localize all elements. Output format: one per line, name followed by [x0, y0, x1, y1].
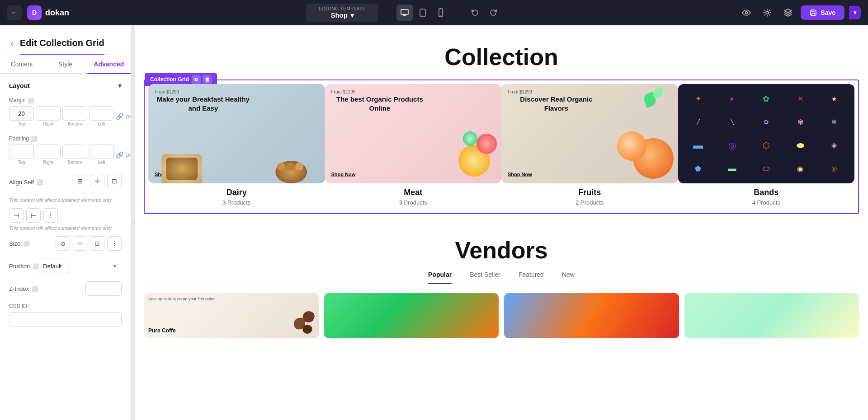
vendors-tab-bestseller[interactable]: Best Seller	[470, 271, 500, 284]
css-id-input[interactable]	[9, 312, 122, 327]
redo-button[interactable]	[485, 5, 501, 21]
padding-top-input[interactable]	[9, 145, 34, 159]
margin-right-input[interactable]	[36, 106, 61, 121]
collection-card-bands: ✦ ✶ ✿ ✕ ★ ╱ ╲ ✿ ✾ ✻	[678, 84, 855, 210]
vendors-section: Vendors Popular Best Seller Featured New…	[135, 223, 868, 347]
size-expand-btn[interactable]: ↔	[73, 236, 87, 251]
flex-more-button[interactable]: ⋮	[43, 208, 58, 223]
padding-left-label: Left	[98, 160, 105, 165]
card-title-1: Make your Breakfast Healthy and Easy	[155, 95, 252, 112]
undo-button[interactable]	[467, 5, 483, 21]
preview-button[interactable]	[738, 5, 755, 21]
template-selector[interactable]: EDITING TEMPLATE Shop ▾	[306, 4, 378, 22]
card-products-3: 2 Products	[576, 199, 604, 206]
orange-visual	[501, 84, 678, 183]
card-title-2: The best Organic Products Online	[331, 95, 429, 112]
grid-delete-icon[interactable]: 🗑	[203, 75, 212, 84]
size-shrink-btn[interactable]: ⊡	[90, 236, 104, 251]
align-end-button[interactable]: ⊡	[107, 174, 122, 188]
device-tablet-button[interactable]	[415, 5, 431, 21]
collection-card-image-3: From $1299 Discover Real Organic Flavors…	[501, 84, 678, 183]
pattern-item: ✦	[682, 88, 715, 110]
apple-green	[463, 131, 477, 146]
vendors-tab-popular[interactable]: Popular	[428, 271, 452, 284]
flex-left-button[interactable]: ⊣	[9, 208, 24, 223]
settings-button[interactable]	[759, 5, 775, 21]
collection-card-image-4: ✦ ✶ ✿ ✕ ★ ╱ ╲ ✿ ✾ ✻	[678, 84, 855, 183]
margin-icon: ⬜	[28, 98, 34, 103]
cake	[166, 158, 198, 180]
margin-right-label: Right	[43, 121, 53, 126]
collection-grid-wrapper[interactable]: Collection Grid ⧉ 🗑 From $1299 Make your…	[144, 79, 859, 214]
css-id-label: CSS ID	[9, 303, 122, 309]
tab-advanced[interactable]: Advanced	[87, 55, 131, 74]
position-field: Position ⬜ Default Relative Absolute Fix…	[9, 258, 122, 274]
size-no-btn[interactable]: ⊘	[56, 236, 70, 251]
save-dropdown-button[interactable]: ▾	[849, 6, 861, 19]
sidebar-content: Layout ▾ Margin ⬜ Top Right	[0, 74, 131, 420]
collection-card-fruits: From $1299 Discover Real Organic Flavors…	[501, 84, 678, 210]
padding-left-input[interactable]	[89, 145, 114, 159]
padding-bottom-label: Bottom	[68, 160, 82, 165]
vendors-tab-new[interactable]: New	[562, 271, 575, 284]
position-wrapper: Default Relative Absolute Fixed Sticky	[39, 258, 122, 274]
padding-bottom-input[interactable]	[62, 145, 87, 159]
topbar: ← D dokan EDITING TEMPLATE Shop ▾	[0, 0, 868, 25]
device-desktop-button[interactable]	[396, 5, 413, 21]
coffee-visual	[287, 311, 314, 334]
pattern-item: ✶	[716, 88, 749, 110]
flex-right-button[interactable]: ⊢	[26, 208, 41, 223]
grid-copy-icon[interactable]: ⧉	[192, 75, 201, 84]
padding-top-label: Top	[18, 160, 25, 165]
margin-bottom-input[interactable]	[62, 106, 87, 121]
cookies	[275, 161, 307, 183]
margin-top-input[interactable]	[9, 106, 34, 121]
margin-link-icon[interactable]: 🔗	[116, 110, 123, 123]
align-self-label: Align Self ⬜	[9, 179, 43, 186]
collection-title: Collection	[144, 43, 859, 70]
padding-link-icon[interactable]: 🔗	[116, 149, 123, 161]
vendor-bg-2	[324, 293, 499, 338]
layout-toggle[interactable]: ▾	[118, 81, 122, 90]
pattern-item: ⬡	[750, 134, 783, 157]
size-field: Size ⬜ ⊘ ↔ ⊡ ⋮	[9, 236, 122, 251]
device-mobile-button[interactable]	[433, 5, 449, 21]
sidebar-back-button[interactable]: ‹	[9, 37, 15, 50]
card-cta-2[interactable]: Shop Now	[331, 172, 356, 177]
margin-field: Margin ⬜ Top Right Bottom	[9, 97, 122, 126]
tab-style[interactable]: Style	[43, 55, 87, 74]
margin-left-input[interactable]	[89, 106, 114, 121]
layers-button[interactable]	[780, 5, 796, 21]
position-select[interactable]: Default Relative Absolute Fixed Sticky	[39, 258, 70, 274]
fruit-visual	[454, 131, 499, 181]
pattern-item: ✻	[818, 111, 851, 134]
pattern-item: ⬟	[682, 158, 715, 180]
tab-content[interactable]: Content	[0, 55, 43, 74]
collection-card-image-1: From $1299 Make your Breakfast Healthy a…	[148, 84, 325, 183]
topbar-back-button[interactable]: ←	[7, 5, 22, 20]
logo-icon: D	[27, 5, 42, 20]
align-start-button[interactable]: ⊞	[73, 174, 87, 188]
collapse-handle[interactable]: ⋮	[131, 25, 135, 420]
size-more-btn[interactable]: ⋮	[107, 236, 122, 251]
card-name-2: Meat	[404, 188, 422, 197]
collection-card-meat: From $1299 The best Organic Products Onl…	[325, 84, 502, 210]
align-center-button[interactable]: ✛	[90, 174, 104, 188]
z-index-icon: ⬜	[32, 286, 38, 292]
svg-point-6	[766, 11, 769, 14]
cake-stand	[162, 154, 203, 183]
sidebar-tabs: Content Style Advanced	[0, 55, 131, 74]
canvas-inner: Collection Collection Grid ⧉ 🗑	[135, 25, 868, 420]
save-button[interactable]: Save	[801, 5, 844, 20]
pattern-item: ▬	[716, 158, 749, 180]
pattern-item: ✕	[783, 88, 816, 110]
layout-label: Layout	[9, 82, 30, 89]
vendors-tab-featured[interactable]: Featured	[519, 271, 544, 284]
sidebar-header: ‹ Edit Collection Grid	[0, 25, 131, 55]
pattern-item: ◎	[818, 158, 851, 180]
padding-right-input[interactable]	[36, 145, 61, 159]
sidebar: ‹ Edit Collection Grid Content Style Adv…	[0, 25, 131, 420]
z-index-input[interactable]	[85, 281, 122, 296]
vendor-bg-3	[504, 293, 679, 338]
grid-label-icons: ⧉ 🗑	[192, 75, 212, 84]
